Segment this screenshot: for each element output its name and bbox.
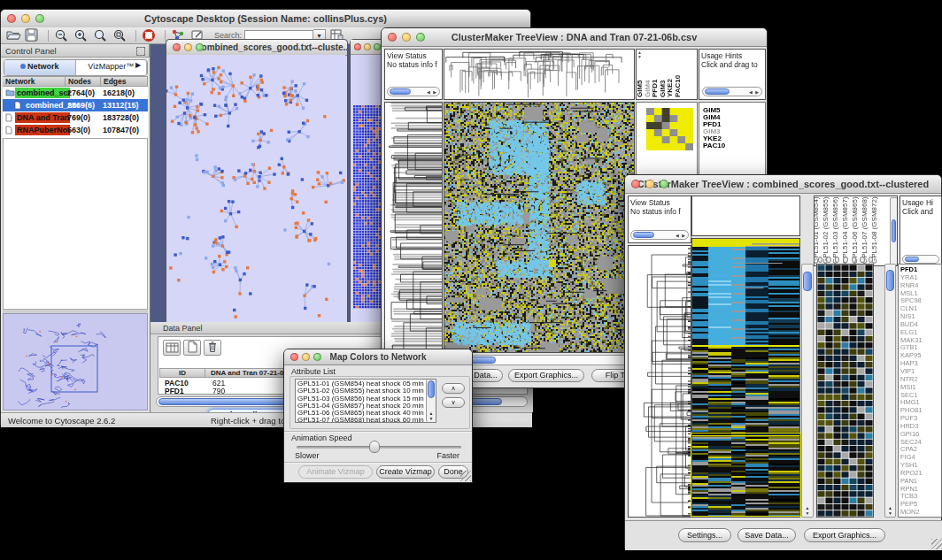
zoom-view-vscrollbar[interactable]: ▲▼ <box>884 264 896 518</box>
gene-label[interactable]: RPO21 <box>900 470 923 478</box>
minimize-button[interactable] <box>645 180 654 188</box>
gene-label[interactable]: GIM4 <box>703 114 725 121</box>
labels-scrollbar[interactable] <box>890 197 898 265</box>
gene-label[interactable]: GPI16 <box>900 431 923 439</box>
treeview2-titlebar[interactable]: ClusterMaker TreeView : combined_scores_… <box>625 175 941 194</box>
gene-label[interactable]: PUF3 <box>900 415 923 423</box>
save-session-icon[interactable] <box>25 28 42 43</box>
zoom-button[interactable] <box>660 180 668 188</box>
move-up-button[interactable]: ∧ <box>442 383 465 394</box>
network-view-canvas[interactable] <box>166 55 345 324</box>
network-name[interactable]: DNA and Tran 07 <box>15 112 70 123</box>
scrollbar-thumb[interactable] <box>803 272 812 291</box>
heatmap-zoom-view[interactable] <box>816 264 874 518</box>
array-label[interactable]: GPL51-02 (GSM855) <box>822 196 830 264</box>
column-header-nodes[interactable]: Nodes <box>66 76 101 87</box>
zoom-in-icon[interactable] <box>73 28 91 43</box>
gene-label[interactable]: MAK31 <box>900 337 923 345</box>
column-labels-panel[interactable]: ▲▼ GIM5GIM4PFD1GIM3YKE2PAC10 <box>636 49 698 100</box>
zoom-selected-icon[interactable] <box>112 28 130 43</box>
close-button[interactable] <box>7 14 16 23</box>
scrollbar-thumb[interactable] <box>892 219 896 242</box>
array-label[interactable]: GPL51-07 (GSM868) <box>861 196 869 264</box>
tab-network[interactable]: Network <box>4 60 76 75</box>
network-view-titlebar[interactable]: combined_scores_good.txt--cluste... <box>166 40 347 56</box>
scroll-arrows-icon[interactable]: ▲▼ <box>637 50 642 59</box>
gene-label[interactable]: GIM3 <box>703 128 725 135</box>
heatmap-global-view[interactable] <box>444 102 635 353</box>
view-status-scrollbar[interactable]: ◀ ▶ <box>387 87 440 96</box>
scrollbar-thumb[interactable] <box>886 270 894 291</box>
attribute-list-scrollbar[interactable]: ▲▼ <box>426 380 436 422</box>
tab-overflow-arrow[interactable]: ▶ <box>135 61 141 69</box>
array-label[interactable]: PAC10 <box>674 75 682 97</box>
gene-label[interactable]: GIM5 <box>703 107 725 114</box>
gene-label[interactable]: SEC1 <box>900 392 923 400</box>
array-label[interactable]: GIM5 <box>636 80 644 97</box>
zoom-button[interactable] <box>196 43 204 51</box>
row-dendrogram-panel[interactable] <box>628 245 691 518</box>
minimize-button[interactable] <box>302 353 310 361</box>
gene-label[interactable]: KAP95 <box>900 352 923 360</box>
zoom-button[interactable] <box>416 33 425 42</box>
close-button[interactable] <box>631 180 640 188</box>
close-button[interactable] <box>290 353 298 361</box>
array-label[interactable]: GPL51-01 (GSM854) <box>814 196 820 264</box>
gene-label[interactable]: BUD4 <box>900 321 923 329</box>
minimize-button[interactable] <box>184 43 192 51</box>
network-tree-row[interactable]: RNAPuberNov2+563(0)107847(0) <box>3 124 148 136</box>
gene-label[interactable]: NTR2 <box>900 376 923 384</box>
usage-hints-scrollbar[interactable]: ◀ ▶ <box>702 87 762 96</box>
scroll-arrows-icon[interactable]: ◀ ▶ <box>676 232 686 239</box>
export-graphics-button[interactable]: Export Graphics... <box>508 369 584 382</box>
new-attribute-icon[interactable] <box>183 340 201 356</box>
array-label[interactable]: GPL51-03 (GSM856) <box>831 196 839 264</box>
network-tree-row[interactable]: DNA and Tran 07769(0)183728(0) <box>3 111 148 124</box>
view-status-scrollbar[interactable]: ◀ ▶ <box>630 230 689 240</box>
zoom-fit-icon[interactable] <box>93 28 111 43</box>
scrollbar-thumb[interactable] <box>633 232 654 238</box>
gene-label[interactable]: CPA2 <box>900 446 923 454</box>
attribute-listbox[interactable]: GPL51-01 (GSM854) heat shock 05 minGPL51… <box>295 379 436 423</box>
open-session-icon[interactable] <box>5 28 23 43</box>
gene-label[interactable]: MSL1 <box>900 290 923 298</box>
background-window-titlebar[interactable] <box>351 40 383 55</box>
column-header-network[interactable]: Network <box>3 76 66 87</box>
data-row-value[interactable]: 790 <box>212 387 225 395</box>
zoom-out-icon[interactable] <box>54 28 72 43</box>
minimize-button[interactable] <box>402 33 411 42</box>
gene-label[interactable]: SPC98 <box>900 297 923 305</box>
minimize-button[interactable] <box>364 43 371 50</box>
resize-grip[interactable] <box>460 471 471 481</box>
export-graphics-button[interactable]: Export Graphics... <box>804 528 885 542</box>
close-button[interactable] <box>388 33 397 42</box>
column-dendrogram-panel[interactable] <box>691 196 800 236</box>
gene-label[interactable]: PEP5 <box>900 501 923 509</box>
gene-label[interactable]: CLN1 <box>900 305 923 313</box>
background-network-window[interactable] <box>350 39 384 326</box>
create-vizmap-button[interactable]: Create Vizmap <box>376 465 435 479</box>
dense-network-grid-canvas[interactable] <box>352 104 382 310</box>
scroll-arrows-icon[interactable]: ▲▼ <box>802 505 813 516</box>
gene-label[interactable]: PAC10 <box>703 142 725 150</box>
gene-label[interactable]: PFD1 <box>703 121 725 128</box>
scroll-arrows-icon[interactable]: ◀ ▶ <box>749 88 760 96</box>
network-name[interactable]: RNAPuberNov2+ <box>15 125 70 135</box>
gene-label[interactable]: YSH1 <box>900 462 923 470</box>
resize-grip[interactable] <box>931 539 942 549</box>
gene-label[interactable]: ELG1 <box>900 329 923 337</box>
network-tree-row[interactable]: combined_scores2764(0)16218(0) <box>3 87 148 99</box>
gene-label[interactable]: PHO81 <box>900 407 923 415</box>
save-data-button[interactable]: Save Data... <box>737 528 796 542</box>
gene-label[interactable]: RPN1 <box>900 486 923 494</box>
scrollbar-thumb[interactable] <box>905 257 919 262</box>
array-label[interactable]: GPL51-08 (GSM872) <box>870 196 878 264</box>
scroll-arrows-icon[interactable]: ▲▼ <box>885 505 895 516</box>
main-titlebar[interactable]: Cytoscape Desktop (Session Name: collins… <box>1 10 530 28</box>
help-lifering-icon[interactable] <box>142 28 159 43</box>
array-labels-panel[interactable]: GPL51-01 (GSM854)GPL51-02 (GSM855)GPL51-… <box>814 196 898 266</box>
gene-label[interactable]: HMG1 <box>900 399 923 407</box>
gene-label[interactable]: PFD1 <box>900 266 923 274</box>
gene-label[interactable]: YRA1 <box>900 274 923 282</box>
close-button[interactable] <box>354 43 361 50</box>
